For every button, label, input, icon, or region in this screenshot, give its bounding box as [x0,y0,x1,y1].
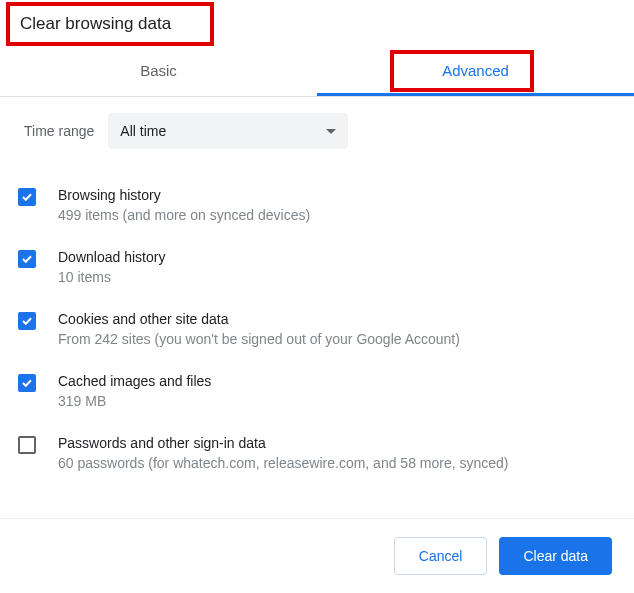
list-item: Autofill form data [18,485,616,497]
item-sub: 10 items [58,269,616,285]
tab-advanced[interactable]: Advanced [317,48,634,96]
checkmark-icon [22,317,32,325]
time-range-label: Time range [24,123,94,139]
item-sub: 319 MB [58,393,616,409]
item-sub: From 242 sites (you won't be signed out … [58,331,616,347]
content-scroll[interactable]: Time range All time Browsing history 499… [0,97,634,497]
list-item: Download history 10 items [18,237,616,299]
checkmark-icon [22,255,32,263]
list-item: Passwords and other sign-in data 60 pass… [18,423,616,485]
checkmark-icon [22,193,32,201]
item-sub: 60 passwords (for whatech.com, releasewi… [58,455,616,471]
item-title: Passwords and other sign-in data [58,435,616,451]
list-item: Browsing history 499 items (and more on … [18,175,616,237]
item-title: Download history [58,249,616,265]
checkbox-cookies[interactable] [18,312,36,330]
checkbox-download-history[interactable] [18,250,36,268]
item-title: Browsing history [58,187,616,203]
checkbox-browsing-history[interactable] [18,188,36,206]
list-item: Cached images and files 319 MB [18,361,616,423]
list-item: Cookies and other site data From 242 sit… [18,299,616,361]
time-range-select[interactable]: All time [108,113,348,149]
item-title: Cookies and other site data [58,311,616,327]
chevron-down-icon [326,129,336,134]
checkbox-list: Browsing history 499 items (and more on … [18,167,616,497]
checkmark-icon [22,379,32,387]
checkbox-passwords[interactable] [18,436,36,454]
time-range-row: Time range All time [18,97,616,167]
cancel-button[interactable]: Cancel [394,537,488,575]
time-range-value: All time [120,123,166,139]
dialog-title: Clear browsing data [0,0,634,48]
clear-data-button[interactable]: Clear data [499,537,612,575]
tab-basic[interactable]: Basic [0,48,317,96]
item-title: Cached images and files [58,373,616,389]
tabs: Basic Advanced [0,48,634,97]
dialog-footer: Cancel Clear data [0,518,634,593]
item-sub: 499 items (and more on synced devices) [58,207,616,223]
checkbox-cached-images[interactable] [18,374,36,392]
